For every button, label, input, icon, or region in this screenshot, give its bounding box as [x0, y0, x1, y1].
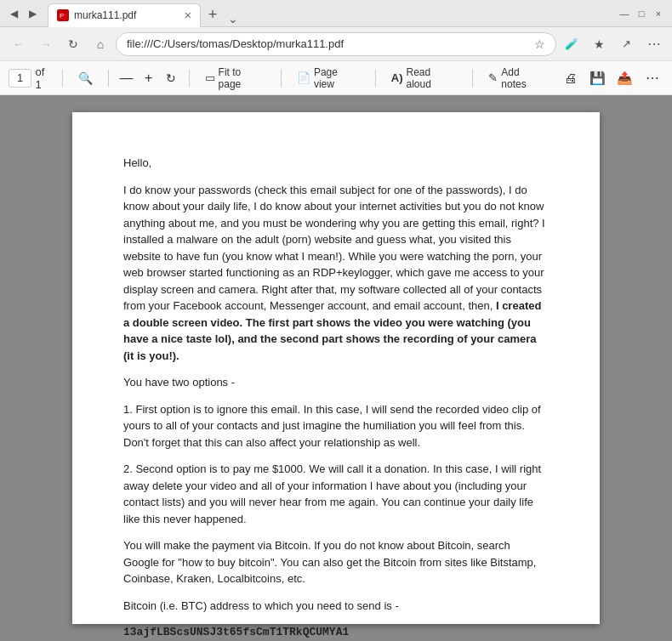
pdf-toolbar-right: 🖨 💾 📤 ⋯ [558, 66, 663, 90]
favorites-btn[interactable]: ★ [587, 32, 611, 56]
browser-menu-btn[interactable]: ⋯ [641, 32, 665, 56]
new-tab-btn[interactable]: + [201, 3, 225, 27]
zoom-in-btn[interactable]: + [140, 69, 158, 88]
save-icon: 💾 [589, 71, 606, 86]
favorites-icon: ★ [594, 37, 605, 51]
extensions-icon: 🧪 [565, 37, 578, 50]
pdf-paragraph1-text: I do know your passwords (check this ema… [123, 184, 545, 313]
page-number-input[interactable]: 1 [9, 69, 31, 88]
nav-bar: ← → ↻ ⌂ file:///C:/Users/tomas/Desktop/m… [0, 27, 672, 61]
read-aloud-btn[interactable]: A) Read aloud [384, 64, 464, 93]
title-bar: ◀ ▶ P murka111.pdf × + ⌄ — □ × [0, 0, 672, 27]
separator-6 [472, 70, 473, 87]
refresh-icon: ↻ [68, 37, 78, 51]
page-view-label: Page view [314, 66, 360, 90]
svg-text:P: P [60, 12, 64, 20]
read-aloud-label: Read aloud [406, 66, 457, 90]
rotate-btn[interactable]: ↻ [162, 69, 180, 88]
restore-btn[interactable]: □ [635, 7, 648, 20]
read-aloud-icon: A) [391, 71, 403, 84]
pdf-content-area[interactable]: 777 Hello, I do know your passwords (che… [0, 95, 672, 641]
share-nav-btn[interactable]: ↗ [614, 32, 638, 56]
pdf-paragraph1: I do know your passwords (check this ema… [123, 182, 549, 365]
back-btn[interactable]: ← [7, 32, 31, 56]
fit-icon: ▭ [205, 71, 215, 84]
address-text: file:///C:/Users/tomas/Desktop/murka111.… [127, 37, 529, 50]
more-pdf-icon: ⋯ [646, 70, 658, 86]
pdf-toolbar: 1 of 1 🔍 — + ↻ ▭ Fit to page 📄 Page view… [0, 61, 672, 95]
tab-forward-icon[interactable]: ▶ [26, 7, 39, 20]
pdf-page: Hello, I do know your passwords (check t… [72, 112, 600, 624]
page-info: 1 of 1 [9, 65, 54, 91]
pdf-paragraph6: Bitcoin (i.e. BTC) address to which you … [123, 598, 549, 615]
window-controls: — □ × [618, 7, 665, 20]
zoom-controls: — + ↻ [117, 69, 180, 88]
fit-to-page-btn[interactable]: ▭ Fit to page [198, 64, 272, 93]
home-btn[interactable]: ⌂ [88, 32, 112, 56]
separator-4 [281, 70, 282, 87]
save-btn[interactable]: 💾 [585, 66, 609, 90]
address-bar[interactable]: file:///C:/Users/tomas/Desktop/murka111.… [116, 32, 556, 56]
separator-5 [375, 70, 376, 87]
tab-bar: P murka111.pdf × + ⌄ [48, 0, 618, 27]
search-btn[interactable]: 🔍 [71, 69, 100, 88]
star-icon[interactable]: ☆ [534, 37, 545, 51]
tab-favicon: P [57, 9, 69, 21]
home-icon: ⌂ [97, 37, 104, 51]
forward-icon: → [40, 37, 52, 51]
tab-overflow-btn[interactable]: ⌄ [225, 10, 242, 27]
separator-3 [189, 70, 190, 87]
extensions-btn[interactable]: 🧪 [560, 32, 584, 56]
share-pdf-btn[interactable]: 📤 [612, 66, 636, 90]
close-btn[interactable]: × [652, 7, 665, 20]
zoom-out-btn[interactable]: — [117, 69, 136, 88]
share-pdf-icon: 📤 [617, 71, 633, 86]
pdf-paragraph3: 1. First option is to ignore this email.… [123, 401, 549, 451]
search-icon: 🔍 [78, 71, 93, 85]
print-btn[interactable]: 🖨 [558, 66, 582, 90]
page-total-label: of 1 [35, 65, 53, 91]
add-notes-icon: ✎ [488, 71, 498, 84]
add-notes-btn[interactable]: ✎ Add notes [481, 64, 553, 93]
nav-right-icons: 🧪 ★ ↗ ⋯ [560, 32, 665, 56]
pdf-paragraph5: You will make the payment via Bitcoin. I… [123, 537, 549, 587]
bitcoin-address: 13ajfLBScsUNSJ3t65fsCmT1TRkQCUMYA1 [123, 624, 549, 641]
add-notes-label: Add notes [501, 66, 546, 90]
refresh-btn[interactable]: ↻ [61, 32, 85, 56]
separator-1 [62, 70, 63, 87]
minimize-btn[interactable]: — [618, 7, 631, 20]
more-pdf-btn[interactable]: ⋯ [640, 66, 663, 90]
page-view-icon: 📄 [297, 71, 310, 84]
print-icon: 🖨 [564, 71, 577, 85]
pdf-paragraph2: You have two options - [123, 374, 549, 391]
page-view-btn[interactable]: 📄 Page view [290, 64, 367, 93]
fit-label: Fit to page [219, 66, 265, 90]
share-nav-icon: ↗ [622, 37, 631, 50]
back-icon: ← [13, 37, 25, 51]
pdf-greeting: Hello, [123, 155, 549, 172]
browser-frame: ◀ ▶ P murka111.pdf × + ⌄ — □ × ← → [0, 0, 672, 641]
pdf-paragraph4: 2. Second option is to pay me $1000. We … [123, 461, 549, 527]
tab-title: murka111.pdf [74, 9, 179, 21]
title-bar-icons: ◀ ▶ [7, 7, 39, 20]
browser-menu-icon: ⋯ [647, 36, 660, 52]
forward-btn[interactable]: → [34, 32, 58, 56]
tab-close-btn[interactable]: × [185, 9, 191, 21]
active-tab[interactable]: P murka111.pdf × [48, 3, 201, 27]
separator-2 [108, 70, 109, 87]
tab-back-icon[interactable]: ◀ [7, 7, 20, 20]
